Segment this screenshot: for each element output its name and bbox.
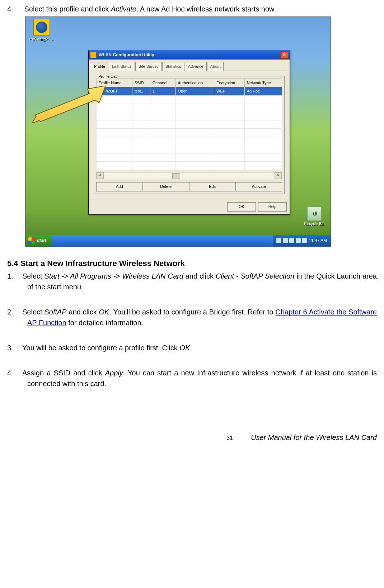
tab-advance[interactable]: Advance	[185, 62, 207, 71]
system-tray[interactable]: 11:47 AM	[273, 235, 331, 246]
tab-site-survey[interactable]: Site Survey	[135, 62, 162, 71]
desktop-icon-raconfig: RaConfig25…	[29, 19, 54, 42]
titlebar[interactable]: WLAN Configuration Utility X	[89, 50, 290, 60]
step4-text: Select this profile and click Activate. …	[24, 5, 276, 13]
profile-table[interactable]: Profile Name SSID Channel Authentication…	[96, 79, 282, 170]
scroll-right-icon[interactable]: >	[275, 172, 282, 179]
horizontal-scrollbar[interactable]: < >	[96, 172, 282, 179]
table-row	[97, 153, 282, 161]
tab-profile[interactable]: Profile	[91, 62, 108, 71]
ok-button[interactable]: OK	[227, 202, 256, 212]
section-heading: 5.4 Start a New Infrastructure Wireless …	[7, 257, 377, 269]
tray-icon[interactable]	[276, 238, 281, 243]
windows-logo-icon	[28, 237, 35, 244]
delete-button[interactable]: Delete	[143, 182, 189, 191]
cell-profile-name: PROF1	[97, 87, 132, 96]
cell-enc: WEP	[214, 87, 245, 96]
table-row	[97, 161, 282, 170]
tab-about[interactable]: About	[207, 62, 224, 71]
scroll-left-icon[interactable]: <	[97, 172, 104, 179]
add-button[interactable]: Add	[96, 182, 143, 191]
clock: 11:47 AM	[309, 237, 327, 244]
check-icon	[99, 89, 103, 93]
desktop-icon-recycle: Recycle Bin	[303, 207, 326, 227]
tray-icon[interactable]	[302, 238, 307, 243]
start-label: start	[37, 237, 46, 244]
table-row	[97, 112, 282, 120]
table-row	[97, 104, 282, 112]
step-2: 2.Select SoftAP and click OK. You'll be …	[7, 307, 377, 328]
profile-buttons: Add Delete Edit Activate	[96, 182, 282, 191]
step-1: 1.Select Start -> All Programs -> Wirele…	[7, 271, 377, 292]
start-button[interactable]: start	[25, 235, 52, 246]
table-row	[97, 120, 282, 128]
raconfig-label: RaConfig25…	[29, 36, 54, 42]
tab-statistics[interactable]: Statistics	[162, 62, 184, 71]
col-network-type[interactable]: Network Type	[244, 79, 282, 87]
page-footer: 31 User Manual for the Wireless LAN Card	[7, 432, 377, 443]
col-profile-name[interactable]: Profile Name	[97, 79, 132, 87]
activate-button[interactable]: Activate	[236, 182, 282, 191]
tray-icon[interactable]	[289, 238, 294, 243]
wlan-window: WLAN Configuration Utility X Profile Lin…	[88, 50, 290, 215]
help-button[interactable]: Help	[258, 202, 287, 212]
profile-list-group: Profile List Profile Name SSID Channel A…	[94, 76, 285, 194]
embedded-screenshot: RaConfig25… Recycle Bin WLAN Configurati…	[25, 16, 331, 247]
raconfig-icon	[33, 19, 50, 35]
table-row	[97, 145, 282, 153]
group-legend: Profile List	[97, 74, 118, 80]
col-encryption[interactable]: Encryption	[214, 79, 245, 87]
window-title: WLAN Configuration Utility	[99, 52, 154, 58]
step-list: 1.Select Start -> All Programs -> Wirele…	[7, 271, 377, 389]
scroll-track[interactable]	[104, 173, 274, 178]
scroll-thumb[interactable]	[172, 173, 180, 179]
tray-icon[interactable]	[296, 238, 301, 243]
step4-intro: 4. Select this profile and click Activat…	[7, 4, 377, 14]
app-icon	[90, 52, 97, 58]
tray-icon[interactable]	[283, 238, 288, 243]
cell-type: Ad Hoc	[244, 87, 282, 96]
step-3: 3.You will be asked to configure a profi…	[7, 342, 377, 353]
edit-button[interactable]: Edit	[189, 182, 236, 191]
step-4: 4.Assign a SSID and click Apply. You can…	[7, 368, 377, 389]
close-button[interactable]: X	[280, 51, 288, 58]
table-row[interactable]: PROF1 test1 1 Open WEP Ad Hoc	[97, 87, 282, 96]
taskbar: start 11:47 AM	[25, 235, 331, 246]
table-row	[97, 128, 282, 137]
col-channel[interactable]: Channel	[150, 79, 175, 87]
page-number: 31	[226, 434, 233, 442]
activate-term: Activate	[111, 5, 136, 13]
recycle-label: Recycle Bin	[303, 221, 326, 227]
col-ssid[interactable]: SSID	[132, 79, 150, 87]
tab-pane: Profile List Profile Name SSID Channel A…	[91, 73, 287, 197]
tab-strip: Profile Link Status Site Survey Statisti…	[89, 60, 290, 71]
table-row	[97, 137, 282, 145]
recycle-icon	[307, 207, 322, 221]
cell-channel: 1	[150, 87, 175, 96]
dialog-buttons: OK Help	[89, 199, 290, 214]
col-auth[interactable]: Authentication	[175, 79, 214, 87]
tab-link-status[interactable]: Link Status	[109, 62, 135, 71]
table-row	[97, 95, 282, 104]
cell-ssid: test1	[132, 87, 150, 96]
cell-auth: Open	[175, 87, 214, 96]
step4-number: 4.	[7, 4, 22, 14]
footer-title: User Manual for the Wireless LAN Card	[251, 432, 377, 443]
